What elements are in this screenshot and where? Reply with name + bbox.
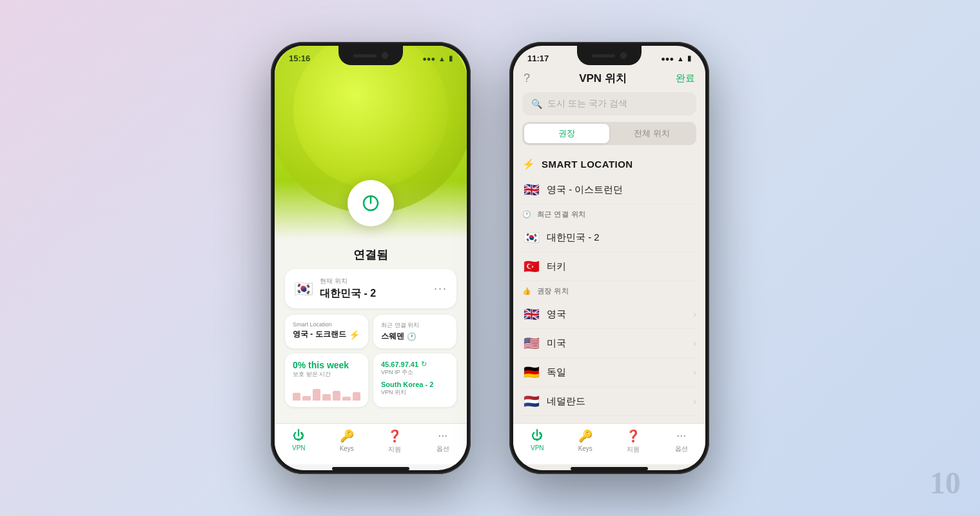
wifi-icon: ▲	[438, 55, 446, 63]
search-icon: 🔍	[531, 99, 542, 109]
de-name: 독일	[547, 366, 687, 379]
tab-all[interactable]: 전체 위치	[609, 124, 694, 143]
smart-location-item[interactable]: 🇬🇧 영국 - 이스트런던	[522, 175, 696, 204]
nav2-vpn-icon: ⏻	[531, 429, 543, 442]
smart-location-section: ⚡ SMART LOCATION	[522, 153, 696, 175]
recommended-section-header: 👍 권장 위치	[522, 281, 696, 300]
location-name: 대한민국 - 2	[320, 287, 427, 301]
korea-flag: 🇰🇷	[522, 230, 540, 245]
smart-location-value: 영국 - 도크랜드	[293, 329, 346, 340]
nl-flag: 🇳🇱	[522, 393, 540, 409]
bottom-nav-2: ⏻ VPN 🔑 Keys ❓ 지원 ··· 옵션	[513, 423, 705, 464]
smart-location-text: 영국 - 이스트런던	[547, 184, 696, 196]
camera	[382, 52, 388, 59]
watermark: 10	[930, 465, 961, 501]
uk-name: 영국	[547, 308, 687, 321]
current-location-card[interactable]: 🇰🇷 현재 위치 대한민국 - 2 ···	[285, 269, 456, 308]
location-netherlands[interactable]: 🇳🇱 네덜란드 ›	[522, 387, 696, 416]
recommended-label: 권장 위치	[537, 286, 569, 296]
notch-2	[577, 46, 642, 65]
recent-icon: 🕐	[522, 210, 532, 219]
phone-1: 15:16 ●●● ▲ ▮	[271, 42, 471, 474]
nav-vpn-icon: ⏻	[293, 429, 304, 442]
battery-2: ▮	[687, 54, 691, 63]
recent-section-label: 최근 연결 위치	[537, 210, 586, 219]
speaker-2	[592, 54, 615, 57]
thumb-icon: 👍	[522, 287, 532, 295]
nav-vpn[interactable]: ⏻ VPN	[275, 429, 323, 454]
nav2-vpn-label: VPN	[531, 444, 544, 452]
location-list: ⚡ SMART LOCATION 🇬🇧 영국 - 이스트런던 🕐 최근 연결 위…	[513, 153, 705, 423]
time-display-2: 11:17	[527, 54, 549, 63]
location-info: 현재 위치 대한민국 - 2	[320, 277, 427, 301]
location-flag: 🇰🇷	[294, 280, 313, 298]
uk-chevron: ›	[693, 309, 696, 319]
more-options[interactable]: ···	[434, 282, 447, 295]
nav-keys-label: Keys	[340, 445, 354, 452]
search-bar[interactable]: 🔍 도시 또는 국가 검색	[522, 92, 696, 115]
nav-support[interactable]: ❓ 지원	[371, 429, 419, 454]
usage-percent: 0% this week	[293, 360, 360, 370]
nl-name: 네덜란드	[547, 395, 687, 408]
nav2-options[interactable]: ··· 옵션	[658, 429, 706, 454]
vpn-ip: 45.67.97.41	[381, 361, 418, 368]
data-usage-card: 0% this week 보호 받은 시간	[285, 353, 368, 407]
turkey-name: 터키	[547, 261, 696, 273]
nav-support-icon: ❓	[387, 429, 402, 443]
nav-options[interactable]: ··· 옵션	[419, 429, 467, 454]
recent-value: 스웨덴	[381, 331, 404, 342]
us-chevron: ›	[693, 338, 696, 348]
help-button[interactable]: ?	[524, 72, 530, 85]
phone-2: 11:17 ●●● ▲ ▮ ? VPN 위치 완료 🔍 도시 또는 국가 검색	[509, 42, 709, 474]
smart-flag: 🇬🇧	[522, 182, 540, 197]
nav2-vpn[interactable]: ⏻ VPN	[513, 429, 562, 454]
power-button[interactable]	[348, 180, 394, 226]
status-icons: ●●● ▲ ▮	[422, 54, 453, 63]
recent-connection-card[interactable]: 최근 연결 위치 스웨덴 🕐	[373, 315, 456, 348]
time-display: 15:16	[289, 54, 310, 63]
recent-item-turkey[interactable]: 🇹🇷 터키	[522, 252, 696, 281]
status-icons-2: ●●● ▲ ▮	[661, 54, 691, 63]
stats-row: Smart Location 영국 - 도크랜드 ⚡ 최근 연결 위치 스웨덴 …	[285, 315, 456, 348]
recent-section-header: 🕐 최근 연결 위치	[522, 204, 696, 223]
de-chevron: ›	[693, 367, 696, 377]
notch	[338, 46, 403, 65]
bar-chart	[293, 381, 360, 401]
recent-item-korea[interactable]: 🇰🇷 대한민국 - 2	[522, 223, 696, 252]
power-icon	[359, 192, 382, 215]
nav-keys[interactable]: 🔑 Keys	[323, 429, 371, 454]
smart-location-card[interactable]: Smart Location 영국 - 도크랜드 ⚡	[285, 315, 368, 348]
refresh-icon[interactable]: ↻	[421, 360, 427, 368]
turkey-flag: 🇹🇷	[522, 259, 540, 274]
location-label: 현재 위치	[320, 277, 427, 286]
location-france[interactable]: 🇫🇷 프랑스 ›	[522, 416, 696, 423]
us-name: 미국	[547, 337, 687, 350]
location-uk[interactable]: 🇬🇧 영국 ›	[522, 300, 696, 329]
header-title: VPN 위치	[579, 71, 627, 86]
nav2-support-label: 지원	[627, 445, 640, 454]
home-indicator	[332, 467, 409, 470]
nav2-keys-label: Keys	[578, 445, 593, 452]
nav2-support[interactable]: ❓ 지원	[609, 429, 658, 454]
clock-icon: 🕐	[407, 332, 416, 341]
vpn-location-header: ? VPN 위치 완료	[513, 66, 705, 92]
location-us[interactable]: 🇺🇸 미국 ›	[522, 329, 696, 358]
nav-keys-icon: 🔑	[340, 429, 354, 443]
location-germany[interactable]: 🇩🇪 독일 ›	[522, 358, 696, 387]
vpn-info-card: 45.67.97.41 ↻ VPN IP 주소 South Korea - 2 …	[373, 353, 456, 407]
vpn-location: South Korea - 2	[381, 381, 449, 388]
nl-chevron: ›	[693, 396, 696, 406]
nav2-support-icon: ❓	[626, 429, 640, 443]
nav2-keys[interactable]: 🔑 Keys	[562, 429, 610, 454]
tab-recommended[interactable]: 권장	[524, 124, 609, 143]
us-flag: 🇺🇸	[522, 335, 540, 351]
nav2-options-icon: ···	[676, 429, 686, 442]
nav-options-icon: ···	[438, 429, 447, 442]
nav-vpn-label: VPN	[292, 444, 306, 452]
uk-flag: 🇬🇧	[522, 306, 540, 322]
phone1-content: 연결됨 🇰🇷 현재 위치 대한민국 - 2 ··· Smart Location	[275, 239, 467, 423]
power-button-container[interactable]	[348, 180, 394, 226]
done-button[interactable]: 완료	[676, 72, 695, 84]
de-flag: 🇩🇪	[522, 364, 540, 380]
vpn-location-label: VPN 위치	[381, 388, 449, 397]
